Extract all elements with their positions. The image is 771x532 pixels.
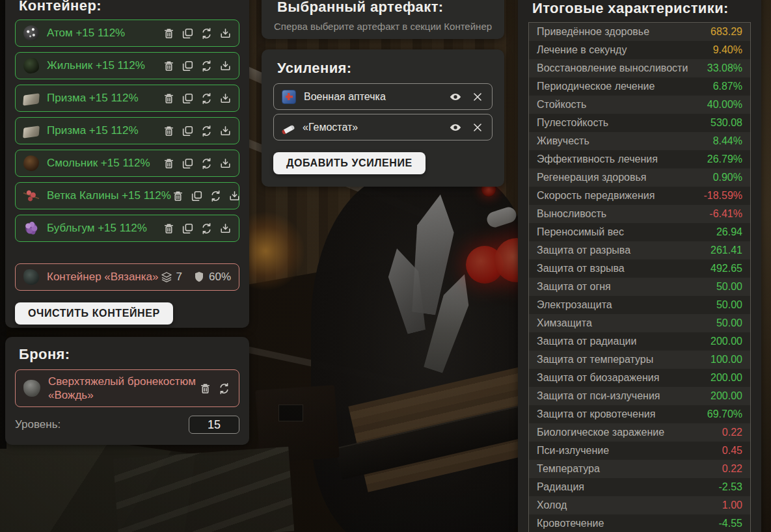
stat-value: 530.08 bbox=[710, 117, 742, 129]
download-icon[interactable] bbox=[219, 59, 232, 73]
trash-icon[interactable] bbox=[162, 59, 176, 73]
stat-value: 200.00 bbox=[710, 336, 742, 347]
download-icon[interactable] bbox=[228, 189, 241, 203]
vessel-icon bbox=[23, 269, 39, 285]
clear-container-button[interactable]: ОЧИСТИТЬ КОНТЕЙНЕР bbox=[15, 302, 173, 325]
artifact-label: Ветка Калины +15 112% bbox=[47, 189, 171, 202]
stat-label: Приведённое здоровье bbox=[537, 26, 649, 38]
stat-label: Стойкость bbox=[537, 99, 586, 111]
stat-row: Защита от разрыва 261.41 bbox=[529, 241, 750, 259]
stat-row: Защита от радиации 200.00 bbox=[529, 332, 750, 351]
stat-label: Эффективность лечения bbox=[537, 153, 658, 165]
download-icon[interactable] bbox=[219, 157, 232, 170]
boost-row[interactable]: «Гемостат» bbox=[273, 114, 493, 140]
boost-actions bbox=[449, 121, 484, 134]
close-icon[interactable] bbox=[471, 90, 484, 103]
stat-row: Защита от взрыва 492.65 bbox=[529, 259, 750, 278]
stat-label: Пси-излучение bbox=[537, 445, 609, 457]
refresh-icon[interactable] bbox=[200, 92, 213, 105]
stat-label: Пулестойкость bbox=[537, 117, 608, 129]
armor-level-input[interactable] bbox=[189, 416, 239, 434]
trash-icon[interactable] bbox=[162, 157, 176, 170]
stat-value: -2.53 bbox=[719, 481, 742, 493]
container-artifact-row[interactable]: Призма +15 112% bbox=[15, 85, 239, 112]
armor-item-row[interactable]: Сверхтяжелый бронекостюм «Вождь» bbox=[15, 369, 239, 407]
stat-value: 0.90% bbox=[713, 172, 742, 183]
add-boost-button[interactable]: ДОБАВИТЬ УСИЛЕНИЕ bbox=[273, 152, 426, 174]
stat-value: 492.65 bbox=[710, 263, 742, 274]
copy-icon[interactable] bbox=[181, 92, 195, 105]
container-artifact-row[interactable]: Бубльгум +15 112% bbox=[15, 215, 239, 242]
stat-label: Биологическое заражение bbox=[537, 427, 664, 438]
stat-row: Лечение в секунду 9.40% bbox=[529, 41, 750, 59]
stat-row: Защита от биозаражения 200.00 bbox=[529, 369, 750, 387]
stat-label: Холод bbox=[537, 499, 567, 511]
artifact-actions bbox=[162, 92, 232, 105]
stat-label: Температура bbox=[537, 463, 600, 475]
trash-icon[interactable] bbox=[171, 189, 185, 203]
download-icon[interactable] bbox=[219, 124, 232, 138]
artifact-label: Бубльгум +15 112% bbox=[47, 222, 147, 235]
stat-label: Скорость передвижения bbox=[537, 190, 655, 202]
boost-icon bbox=[282, 125, 295, 135]
copy-icon[interactable] bbox=[190, 189, 204, 203]
copy-icon[interactable] bbox=[181, 222, 195, 235]
artifact-actions bbox=[162, 222, 232, 235]
download-icon[interactable] bbox=[219, 222, 232, 235]
artifact-label: Жильник +15 112% bbox=[47, 59, 145, 72]
stat-value: 50.00 bbox=[716, 299, 742, 311]
close-icon[interactable] bbox=[471, 121, 484, 134]
refresh-icon[interactable] bbox=[217, 382, 231, 395]
boosts-title: Усиления: bbox=[277, 60, 493, 77]
trash-icon[interactable] bbox=[162, 27, 176, 40]
trash-icon[interactable] bbox=[162, 124, 176, 138]
stat-label: Химзащита bbox=[537, 317, 592, 329]
container-artifact-row[interactable]: Смольник +15 112% bbox=[15, 150, 239, 177]
container-title: Контейнер: bbox=[19, 0, 239, 14]
container-vessel-row[interactable]: Контейнер «Вязанка» 7 60% bbox=[15, 263, 239, 291]
selected-artifact-panel: Выбранный артефакт: Сперва выберите арте… bbox=[262, 0, 504, 39]
trash-icon[interactable] bbox=[162, 222, 176, 235]
container-artifact-row[interactable]: Жильник +15 112% bbox=[15, 52, 239, 79]
stat-label: Защита от взрыва bbox=[537, 263, 625, 274]
download-icon[interactable] bbox=[219, 92, 232, 105]
stat-value: -6.41% bbox=[709, 208, 742, 220]
refresh-icon[interactable] bbox=[200, 157, 213, 170]
eye-icon[interactable] bbox=[449, 121, 462, 134]
stat-value: 33.08% bbox=[707, 62, 742, 74]
stat-label: Защита от биозаражения bbox=[537, 372, 659, 384]
stat-label: Кровотечение bbox=[537, 518, 604, 529]
container-artifact-row[interactable]: Ветка Калины +15 112% bbox=[15, 182, 239, 209]
artifact-icon bbox=[23, 188, 39, 204]
stat-label: Защита от радиации bbox=[537, 336, 636, 347]
copy-icon[interactable] bbox=[181, 59, 195, 73]
vessel-protection: 60% bbox=[193, 271, 231, 284]
refresh-icon[interactable] bbox=[200, 124, 213, 138]
trash-icon[interactable] bbox=[198, 382, 212, 395]
copy-icon[interactable] bbox=[181, 124, 195, 138]
refresh-icon[interactable] bbox=[209, 189, 223, 203]
refresh-icon[interactable] bbox=[200, 27, 213, 40]
copy-icon[interactable] bbox=[181, 157, 195, 170]
stat-value: 100.00 bbox=[710, 354, 742, 366]
eye-icon[interactable] bbox=[449, 90, 462, 103]
stats-panel: Итоговые характеристики: Приведённое здо… bbox=[518, 0, 761, 532]
refresh-icon[interactable] bbox=[200, 59, 213, 73]
refresh-icon[interactable] bbox=[200, 222, 213, 235]
stat-value: 40.00% bbox=[707, 99, 742, 111]
stat-row: Эффективность лечения 26.79% bbox=[529, 150, 750, 168]
download-icon[interactable] bbox=[219, 27, 232, 40]
stat-value: 8.44% bbox=[713, 135, 742, 147]
stat-row: Кровотечение -4.55 bbox=[529, 514, 750, 532]
copy-icon[interactable] bbox=[181, 27, 195, 40]
artifact-actions bbox=[162, 157, 232, 170]
trash-icon[interactable] bbox=[162, 92, 176, 105]
stat-label: Живучесть bbox=[537, 135, 589, 147]
container-artifact-row[interactable]: Призма +15 112% bbox=[15, 117, 239, 144]
stat-label: Лечение в секунду bbox=[537, 44, 627, 56]
container-artifact-row[interactable]: Атом +15 112% bbox=[15, 20, 239, 47]
boost-row[interactable]: Военная аптечка bbox=[273, 83, 493, 110]
armor-level-row: Уровень: bbox=[15, 416, 239, 434]
stat-value: 1.00 bbox=[722, 499, 742, 511]
vessel-capacity: 7 bbox=[160, 271, 182, 284]
